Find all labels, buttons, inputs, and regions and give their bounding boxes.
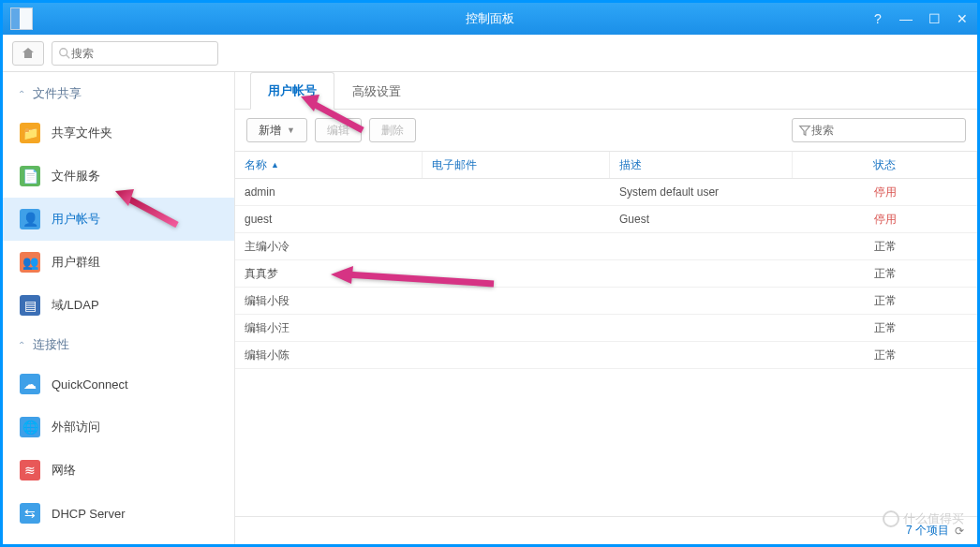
app-icon — [10, 7, 33, 30]
sidebar: ⌃文件共享📁共享文件夹📄文件服务👤用户帐号👥用户群组▤域/LDAP⌃连接性☁Qu… — [3, 72, 235, 544]
global-search[interactable] — [52, 41, 218, 66]
chevron-icon: ⌃ — [18, 89, 25, 99]
table-footer: 7 个项目 ⟳ — [235, 516, 977, 544]
sidebar-section[interactable]: ⌃文件共享 — [3, 76, 234, 111]
search-icon — [58, 47, 71, 60]
delete-button[interactable]: 删除 — [369, 118, 416, 142]
column-desc[interactable]: 描述 — [610, 152, 793, 178]
edit-button[interactable]: 编辑 — [315, 118, 362, 142]
status-cell: 正常 — [793, 288, 977, 314]
close-icon[interactable]: ✕ — [955, 11, 970, 26]
status-cell: 停用 — [793, 206, 977, 232]
maximize-icon[interactable]: ☐ — [927, 11, 942, 26]
window-title: 控制面板 — [466, 10, 514, 27]
sidebar-item[interactable]: 👤用户帐号 — [3, 198, 234, 241]
edit-label: 编辑 — [327, 123, 349, 139]
sidebar-item[interactable]: ☁QuickConnect — [3, 362, 234, 406]
status-cell: 正常 — [793, 233, 977, 259]
status-cell: 正常 — [793, 315, 977, 341]
sidebar-section[interactable]: ⌃连接性 — [3, 327, 234, 362]
sidebar-item[interactable]: 📁共享文件夹 — [3, 111, 234, 155]
column-email[interactable]: 电子邮件 — [423, 152, 610, 178]
sidebar-item-label: 用户群组 — [52, 254, 100, 271]
sidebar-item-label: 文件服务 — [52, 168, 100, 185]
sidebar-item-icon: ▤ — [20, 295, 40, 316]
sidebar-item-label: DHCP Server — [52, 507, 126, 521]
sidebar-item-label: 网络 — [52, 462, 76, 479]
chevron-icon: ⌃ — [18, 340, 25, 350]
filter-input[interactable] — [811, 124, 959, 137]
table-row[interactable]: adminSystem default user停用 — [235, 179, 977, 206]
table-row[interactable]: 编辑小段正常 — [235, 288, 977, 315]
sidebar-item-label: 用户帐号 — [52, 211, 100, 228]
column-status[interactable]: 状态 — [793, 152, 977, 178]
create-label: 新增 — [259, 123, 281, 139]
table-row[interactable]: guestGuest停用 — [235, 206, 977, 233]
sidebar-item-icon: 📄 — [20, 166, 40, 186]
sidebar-item[interactable]: ≋网络 — [3, 449, 234, 492]
sidebar-item[interactable]: 📄文件服务 — [3, 155, 234, 198]
sidebar-item[interactable]: ▤域/LDAP — [3, 284, 234, 327]
svg-point-0 — [60, 48, 67, 55]
home-button[interactable] — [12, 41, 44, 66]
create-button[interactable]: 新增 ▼ — [246, 118, 307, 142]
action-bar: 新增 ▼ 编辑 删除 — [235, 110, 977, 151]
table-body: adminSystem default user停用guestGuest停用主编… — [235, 179, 977, 516]
top-toolbar — [3, 35, 977, 72]
table-row[interactable]: 编辑小陈正常 — [235, 342, 977, 369]
sidebar-item-icon: ≋ — [20, 460, 40, 480]
sidebar-item-label: QuickConnect — [52, 377, 128, 392]
home-icon — [21, 46, 36, 61]
table-filter[interactable] — [792, 118, 966, 142]
sidebar-item-label: 域/LDAP — [52, 297, 99, 314]
status-cell: 正常 — [793, 342, 977, 368]
sidebar-item-icon: 🌐 — [20, 417, 40, 437]
delete-label: 删除 — [381, 123, 404, 139]
sidebar-item-icon: ☁ — [20, 374, 40, 394]
sidebar-item[interactable]: ⇆DHCP Server — [3, 492, 234, 535]
status-cell: 停用 — [793, 179, 977, 205]
sidebar-item-label: 共享文件夹 — [52, 125, 112, 141]
tab[interactable]: 用户帐号 — [250, 72, 334, 110]
status-cell: 正常 — [793, 260, 977, 287]
sidebar-item[interactable]: 👥用户群组 — [3, 241, 234, 284]
svg-line-1 — [67, 54, 70, 58]
tab[interactable]: 高级设置 — [334, 72, 419, 110]
window-titlebar: 控制面板 ? — ☐ ✕ — [3, 3, 977, 35]
sidebar-item-icon: ⇆ — [20, 503, 40, 524]
minimize-icon[interactable]: — — [898, 11, 913, 26]
watermark: 什么值得买 — [883, 510, 964, 527]
table-row[interactable]: 真真梦正常 — [235, 260, 977, 288]
tabs: 用户帐号高级设置 — [235, 72, 977, 110]
search-input[interactable] — [71, 47, 212, 60]
table-row[interactable]: 编辑小汪正常 — [235, 315, 977, 342]
sort-asc-icon: ▲ — [271, 160, 279, 170]
help-icon[interactable]: ? — [870, 11, 885, 26]
table-row[interactable]: 主编小冷正常 — [235, 233, 977, 260]
sidebar-item-icon: 👤 — [20, 209, 40, 229]
filter-icon — [798, 124, 811, 137]
dropdown-caret-icon: ▼ — [287, 126, 295, 135]
main-panel: 用户帐号高级设置 新增 ▼ 编辑 删除 名称▲ 电子邮件 描述 状态 — [235, 72, 977, 544]
column-name[interactable]: 名称▲ — [235, 152, 423, 178]
sidebar-item-label: 外部访问 — [52, 419, 100, 436]
table-header: 名称▲ 电子邮件 描述 状态 — [235, 151, 977, 179]
sidebar-item[interactable]: 🌐外部访问 — [3, 406, 234, 449]
sidebar-item-icon: 📁 — [20, 123, 40, 143]
sidebar-item-icon: 👥 — [20, 252, 40, 273]
watermark-icon — [883, 510, 899, 527]
